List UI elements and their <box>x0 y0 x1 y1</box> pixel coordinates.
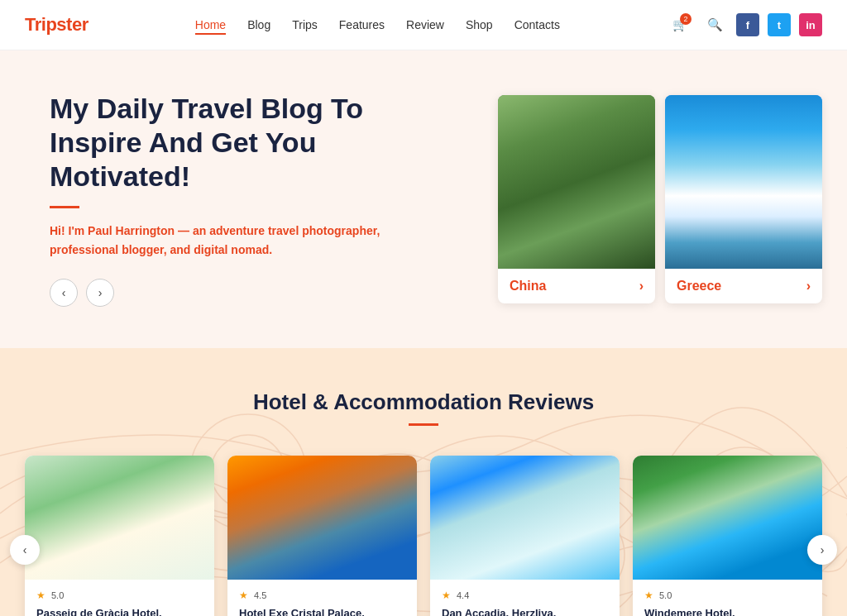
hotel-info-3: ★ 4.4 Dan Accadia, Herzliya, Israel <box>430 580 620 616</box>
hotel-name-1: Passeig de Gràcia Hotel, <box>36 606 203 616</box>
nav-item-features[interactable]: Features <box>339 17 385 32</box>
reviews-section: Hotel & Accommodation Reviews ‹ ★ 5.0 Pa… <box>0 348 847 616</box>
logo-text: Tripster <box>25 14 89 35</box>
nav-item-home[interactable]: Home <box>195 17 226 32</box>
destination-image-china <box>498 95 655 269</box>
instagram-button[interactable]: in <box>799 13 822 36</box>
nav-right: 🛒 2 🔍 f t in <box>667 12 822 38</box>
hero-desc-pre: Hi! I'm <box>50 224 88 237</box>
nav-link-shop[interactable]: Shop <box>466 18 493 31</box>
reviews-next-button[interactable]: › <box>807 535 837 565</box>
nav-links: Home Blog Trips Features Review Shop Con… <box>195 17 560 32</box>
hotel-info-1: ★ 5.0 Passeig de Gràcia Hotel, Barcelona… <box>25 580 214 616</box>
nav-link-trips[interactable]: Trips <box>292 18 318 31</box>
star-icon: ★ <box>644 590 653 601</box>
hotel-image-3 <box>430 456 620 580</box>
search-icon[interactable]: 🔍 <box>701 12 728 38</box>
nav-item-blog[interactable]: Blog <box>247 17 270 32</box>
destination-name-china: China <box>510 279 546 294</box>
nav-item-shop[interactable]: Shop <box>466 17 493 32</box>
destination-arrow-greece: › <box>806 279 811 294</box>
facebook-button[interactable]: f <box>736 13 759 36</box>
hotel-stars-3: ★ 4.4 <box>442 590 608 601</box>
hotel-image-1 <box>25 456 214 580</box>
hotel-rating-3: 4.4 <box>457 590 469 600</box>
hotel-card-2[interactable]: ★ 4.5 Hotel Exe Cristal Palace, Barcelon… <box>227 456 417 616</box>
nav-link-review[interactable]: Review <box>406 18 444 31</box>
destination-card-china[interactable]: China › <box>498 95 655 303</box>
hotel-card-4[interactable]: ★ 5.0 Windemere Hotel, Darjeeling, India <box>633 456 822 616</box>
hotel-card-1[interactable]: ★ 5.0 Passeig de Gràcia Hotel, Barcelona… <box>25 456 214 616</box>
hotel-rating-4: 5.0 <box>659 590 672 600</box>
reviews-carousel: ★ 5.0 Passeig de Gràcia Hotel, Barcelona… <box>25 456 822 616</box>
reviews-title: Hotel & Accommodation Reviews <box>25 389 822 415</box>
star-icon: ★ <box>239 590 248 601</box>
hero-arrows: ‹ › <box>50 279 405 307</box>
hotel-name-2: Hotel Exe Cristal Palace, <box>239 606 405 616</box>
hero-description: Hi! I'm Paul Harrington — an adventure t… <box>50 222 405 259</box>
star-icon: ★ <box>442 590 451 601</box>
hotel-rating-1: 5.0 <box>51 590 64 600</box>
destination-arrow-china: › <box>639 279 644 294</box>
hero-destinations: China › Greece › <box>498 95 822 303</box>
hotel-rating-2: 4.5 <box>254 590 266 600</box>
destination-label-greece: Greece › <box>665 269 822 303</box>
hotel-name-4: Windemere Hotel, <box>644 606 811 616</box>
nav-item-review[interactable]: Review <box>406 17 444 32</box>
reviews-prev-button[interactable]: ‹ <box>10 535 40 565</box>
nav-item-contacts[interactable]: Contacts <box>514 17 560 32</box>
star-icon: ★ <box>36 590 45 601</box>
nav-link-contacts[interactable]: Contacts <box>514 18 560 31</box>
site-logo[interactable]: Tripster <box>25 14 89 36</box>
hotel-card-3[interactable]: ★ 4.4 Dan Accadia, Herzliya, Israel <box>430 456 620 616</box>
reviews-divider <box>409 423 438 426</box>
twitter-button[interactable]: t <box>768 13 791 36</box>
hotel-stars-4: ★ 5.0 <box>644 590 811 601</box>
nav-link-features[interactable]: Features <box>339 18 385 31</box>
hero-author: Paul Harrington <box>88 224 175 237</box>
hotel-info-4: ★ 5.0 Windemere Hotel, Darjeeling, India <box>633 580 822 616</box>
cart-badge: 2 <box>680 13 691 25</box>
hero-divider <box>50 206 79 208</box>
hero-next-button[interactable]: › <box>86 279 114 307</box>
hero-prev-button[interactable]: ‹ <box>50 279 78 307</box>
hotel-image-4 <box>633 456 822 580</box>
hero-content: My Daily Travel Blog To Inspire And Get … <box>50 92 405 307</box>
cart-icon[interactable]: 🛒 2 <box>667 12 693 38</box>
hotel-stars-2: ★ 4.5 <box>239 590 405 601</box>
nav-link-blog[interactable]: Blog <box>247 18 270 31</box>
nav-link-home[interactable]: Home <box>195 18 226 35</box>
hero-section: My Daily Travel Blog To Inspire And Get … <box>0 50 847 348</box>
hotel-image-2 <box>227 456 417 580</box>
nav-item-trips[interactable]: Trips <box>292 17 318 32</box>
destination-image-greece <box>665 95 822 269</box>
hotel-stars-1: ★ 5.0 <box>36 590 203 601</box>
destination-name-greece: Greece <box>677 279 721 294</box>
destination-card-greece[interactable]: Greece › <box>665 95 822 303</box>
hotel-info-2: ★ 4.5 Hotel Exe Cristal Palace, Barcelon… <box>227 580 417 616</box>
hotel-name-3: Dan Accadia, Herzliya, <box>442 606 608 616</box>
navbar: Tripster Home Blog Trips Features Review… <box>0 0 847 50</box>
destination-label-china: China › <box>498 269 655 303</box>
reviews-carousel-wrapper: ‹ ★ 5.0 Passeig de Gràcia Hotel, Barcelo… <box>25 456 822 616</box>
hero-title: My Daily Travel Blog To Inspire And Get … <box>50 92 405 193</box>
